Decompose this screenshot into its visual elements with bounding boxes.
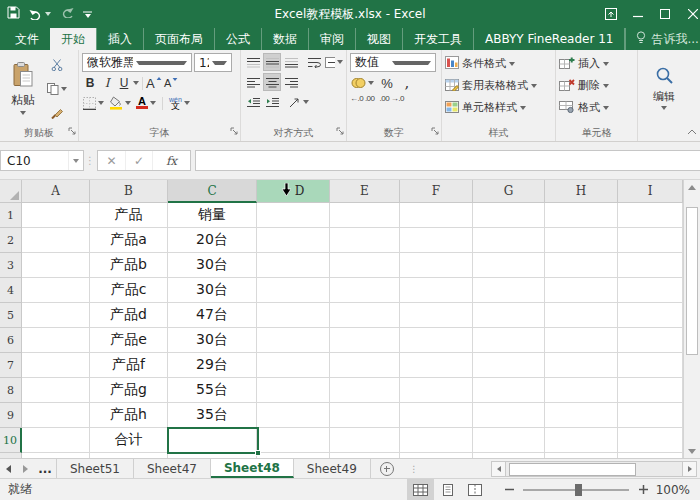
sheet-tab-sheet49[interactable]: Sheet49 [294, 459, 371, 478]
cell-h6[interactable] [545, 328, 618, 353]
cell-d10[interactable] [257, 428, 330, 453]
phonetic-guide-icon[interactable]: wén文 [168, 94, 191, 112]
cell-e2[interactable] [330, 228, 400, 253]
cell-c9[interactable]: 35台 [168, 403, 257, 428]
ribbon-tab-6[interactable]: 审阅 [308, 28, 355, 50]
cell-b2[interactable]: 产品a [90, 228, 168, 253]
undo-icon[interactable] [29, 9, 51, 20]
cell-b4[interactable]: 产品c [90, 278, 168, 303]
select-all-button[interactable] [0, 180, 22, 203]
cell-i11[interactable] [618, 453, 683, 458]
row-header-7[interactable]: 7 [0, 353, 22, 378]
ribbon-tab-8[interactable]: 开发工具 [402, 28, 473, 50]
cell-a8[interactable] [22, 378, 90, 403]
more-sheets-button[interactable]: ... [34, 459, 56, 478]
column-header-d[interactable]: D [257, 180, 330, 203]
page-layout-view-icon[interactable] [434, 479, 461, 500]
maximize-icon[interactable] [651, 0, 678, 28]
cell-d1[interactable] [257, 203, 330, 228]
ribbon-tab-0[interactable]: 文件 [4, 28, 50, 50]
cell-g3[interactable] [473, 253, 545, 278]
cell-c4[interactable]: 30台 [168, 278, 257, 303]
cell-h8[interactable] [545, 378, 618, 403]
cell-styles-button[interactable]: 单元格样式 [445, 98, 553, 117]
ribbon-tab-1[interactable]: 开始 [50, 28, 96, 50]
delete-cells-button[interactable]: 删除 [559, 76, 635, 95]
save-icon[interactable] [7, 6, 20, 22]
cell-a2[interactable] [22, 228, 90, 253]
ribbon-tab-2[interactable]: 插入 [96, 28, 143, 50]
cell-a5[interactable] [22, 303, 90, 328]
row-header-11[interactable]: 11 [0, 453, 22, 458]
sheet-tab-sheet51[interactable]: Sheet51 [56, 459, 134, 478]
cell-d2[interactable] [257, 228, 330, 253]
align-left-icon[interactable] [244, 73, 262, 91]
cell-g7[interactable] [473, 353, 545, 378]
cell-g1[interactable] [473, 203, 545, 228]
underline-dropdown[interactable] [133, 81, 139, 85]
cell-e5[interactable] [330, 303, 400, 328]
name-box[interactable]: C10 [0, 150, 84, 171]
customize-qat-icon[interactable] [83, 11, 92, 18]
cell-c10[interactable] [168, 428, 257, 453]
cell-b6[interactable]: 产品e [90, 328, 168, 353]
close-icon[interactable] [678, 0, 700, 28]
row-header-10[interactable]: 10 [0, 428, 22, 453]
cell-a10[interactable] [22, 428, 90, 453]
alignment-dialog-launcher[interactable] [336, 124, 344, 138]
cell-g2[interactable] [473, 228, 545, 253]
italic-button[interactable]: I [99, 74, 115, 92]
increase-decimal-button[interactable]: ←.0 .00 [350, 94, 375, 103]
cell-d4[interactable] [257, 278, 330, 303]
percent-style-button[interactable]: % [379, 74, 395, 92]
cell-b1[interactable]: 产品 [90, 203, 168, 228]
collapse-ribbon-icon[interactable] [687, 124, 697, 138]
ribbon-tab-9[interactable]: ABBYY FineReader 11 [473, 28, 625, 50]
cell-i4[interactable] [618, 278, 683, 303]
tell-me-box[interactable]: 告诉我... [625, 28, 700, 50]
cell-e8[interactable] [330, 378, 400, 403]
cell-f2[interactable] [400, 228, 473, 253]
ribbon-display-options-icon[interactable] [597, 0, 624, 28]
format-cells-button[interactable]: 格式 [559, 98, 635, 117]
enter-icon[interactable]: ✓ [125, 151, 152, 170]
cell-b9[interactable]: 产品h [90, 403, 168, 428]
insert-function-icon[interactable]: fx [152, 151, 190, 170]
cell-e11[interactable] [330, 453, 400, 458]
cell-e4[interactable] [330, 278, 400, 303]
align-bottom-icon[interactable] [282, 53, 300, 71]
cell-f8[interactable] [400, 378, 473, 403]
cut-icon[interactable] [46, 56, 68, 74]
cell-a3[interactable] [22, 253, 90, 278]
cell-i8[interactable] [618, 378, 683, 403]
cell-f10[interactable] [400, 428, 473, 453]
row-header-5[interactable]: 5 [0, 303, 22, 328]
row-header-2[interactable]: 2 [0, 228, 22, 253]
formula-input[interactable] [195, 150, 700, 171]
cell-d11[interactable] [257, 453, 330, 458]
cancel-icon[interactable]: ✕ [98, 151, 125, 170]
cell-f3[interactable] [400, 253, 473, 278]
cell-g10[interactable] [473, 428, 545, 453]
cell-i7[interactable] [618, 353, 683, 378]
cell-h10[interactable] [545, 428, 618, 453]
cell-f9[interactable] [400, 403, 473, 428]
cell-h3[interactable] [545, 253, 618, 278]
tab-scroll-splitter[interactable]: ⋮ [403, 459, 425, 478]
vertical-scrollbar[interactable] [683, 180, 700, 458]
cell-d7[interactable] [257, 353, 330, 378]
cell-b5[interactable]: 产品d [90, 303, 168, 328]
align-right-icon[interactable] [282, 73, 300, 91]
cell-i1[interactable] [618, 203, 683, 228]
cell-d5[interactable] [257, 303, 330, 328]
cell-a7[interactable] [22, 353, 90, 378]
new-sheet-button[interactable] [371, 459, 403, 478]
decrease-decimal-button[interactable]: .00 →.0 [380, 94, 405, 103]
format-as-table-button[interactable]: 套用表格格式 [445, 76, 553, 95]
increase-indent-icon[interactable] [263, 93, 281, 111]
name-box-dropdown-icon[interactable] [68, 151, 83, 170]
cell-e7[interactable] [330, 353, 400, 378]
merge-center-icon[interactable] [324, 53, 344, 71]
number-format-combo[interactable]: 数值 [350, 53, 436, 72]
font-name-combo[interactable]: 微软雅黑 [82, 53, 192, 72]
